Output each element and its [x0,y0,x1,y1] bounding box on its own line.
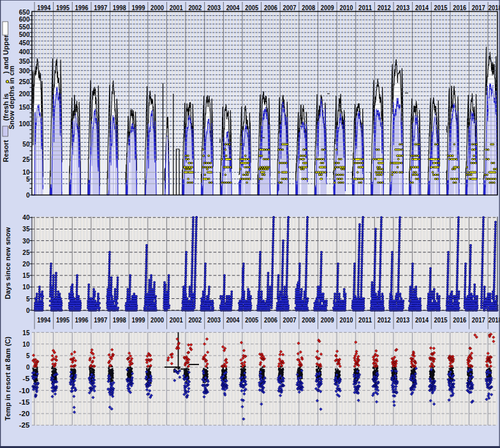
svg-text:2001: 2001 [170,4,183,11]
svg-text:Days since new snow: Days since new snow [4,227,11,300]
svg-text:1999: 1999 [131,4,145,11]
svg-text:2003: 2003 [207,316,221,324]
svg-text:2002: 2002 [188,4,202,11]
svg-text:2013: 2013 [396,316,409,324]
svg-text:0: 0 [26,191,30,199]
svg-text:2016: 2016 [453,4,466,11]
svg-text:2009: 2009 [321,4,334,11]
svg-text:250: 250 [19,78,30,85]
svg-text:5: 5 [26,295,30,303]
svg-text:2005: 2005 [245,316,258,324]
svg-text:450: 450 [19,39,30,47]
svg-text:2002: 2002 [188,316,202,324]
svg-text:2014: 2014 [415,4,429,11]
svg-text:2017: 2017 [472,4,485,11]
svg-text:2004: 2004 [226,316,240,324]
svg-text:2000: 2000 [151,316,164,324]
svg-text:1994: 1994 [37,316,51,324]
svg-text:2006: 2006 [264,316,277,324]
svg-text:1996: 1996 [75,4,89,11]
svg-text:10: 10 [22,340,29,348]
svg-text:1997: 1997 [94,316,107,324]
svg-text:1994: 1994 [37,4,51,11]
svg-text:2010: 2010 [339,4,353,11]
svg-text:-25: -25 [19,421,30,429]
svg-text:2009: 2009 [321,316,334,324]
svg-text:5: 5 [26,175,30,183]
svg-text:2011: 2011 [358,316,372,324]
svg-text:2013: 2013 [396,4,409,11]
svg-text:2004: 2004 [226,4,240,11]
svg-text:1995: 1995 [56,4,70,11]
svg-text:0: 0 [26,307,30,314]
svg-text:100: 100 [19,120,30,127]
svg-text:2012: 2012 [378,316,391,324]
svg-text:5: 5 [26,352,30,359]
svg-text:2015: 2015 [434,4,448,11]
svg-text:0: 0 [26,363,30,371]
svg-text:2014: 2014 [415,316,429,324]
svg-text:1996: 1996 [75,316,89,324]
svg-text:-10: -10 [19,387,30,394]
svg-text:15: 15 [22,271,29,279]
svg-text:2018: 2018 [489,316,500,324]
svg-text:2007: 2007 [283,316,297,324]
svg-text:35: 35 [22,225,29,233]
svg-text:500: 500 [19,31,30,38]
svg-text:2010: 2010 [339,316,353,324]
svg-text:550: 550 [19,23,30,31]
svg-text:-5: -5 [22,375,29,382]
svg-text:2006: 2006 [264,4,277,11]
svg-text:2007: 2007 [283,4,297,11]
svg-text:2017: 2017 [472,316,485,324]
svg-text:25: 25 [22,249,29,256]
svg-text:10: 10 [22,283,29,291]
svg-text:300: 300 [19,67,30,75]
svg-text:2018: 2018 [489,4,500,11]
svg-text:2003: 2003 [207,4,221,11]
svg-text:-20: -20 [19,410,30,417]
svg-text:Snow depths in cm: Snow depths in cm [8,66,15,129]
svg-text:2000: 2000 [151,4,164,11]
svg-text:350: 350 [19,57,30,65]
svg-text:650: 650 [19,8,30,16]
svg-text:25: 25 [22,155,29,163]
svg-text:600: 600 [19,15,30,23]
svg-text:Temp in resort at 8am (C): Temp in resort at 8am (C) [4,336,11,421]
svg-text:1999: 1999 [131,316,145,324]
svg-text:15: 15 [22,329,29,336]
svg-text:20: 20 [22,260,29,268]
svg-text:2008: 2008 [302,4,315,11]
svg-text:150: 150 [19,103,30,111]
svg-text:2016: 2016 [453,316,466,324]
svg-text:2012: 2012 [378,4,391,11]
svg-text:2011: 2011 [358,4,372,11]
svg-text:2008: 2008 [302,316,315,324]
svg-text:Resort: Resort [2,140,10,162]
svg-text:2005: 2005 [245,4,258,11]
svg-text:2015: 2015 [434,316,448,324]
svg-text:1998: 1998 [113,4,126,11]
svg-text:1998: 1998 [113,316,126,324]
svg-text:-15: -15 [19,398,30,406]
svg-text:50: 50 [22,140,29,148]
svg-text:1997: 1997 [94,4,107,11]
svg-text:400: 400 [19,48,30,55]
svg-text:1995: 1995 [56,316,70,324]
svg-text:2001: 2001 [170,316,183,324]
svg-text:40: 40 [22,213,29,221]
svg-text:200: 200 [19,90,30,98]
svg-text:30: 30 [22,237,29,245]
